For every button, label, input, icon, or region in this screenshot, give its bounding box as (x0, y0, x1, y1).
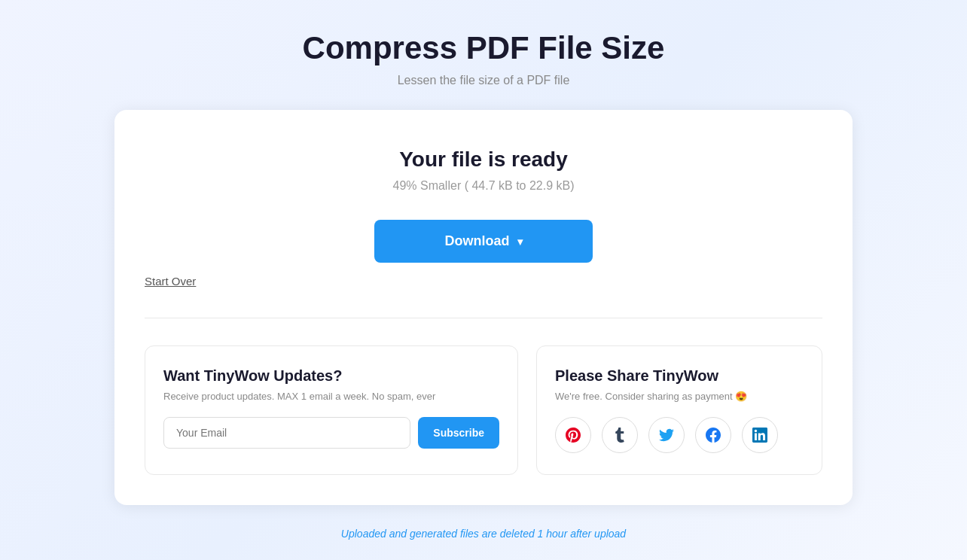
share-card: Please Share TinyWow We're free. Conside… (536, 345, 822, 475)
footer-note: Uploaded and generated files are deleted… (341, 528, 626, 540)
twitter-icon (659, 428, 674, 443)
start-over-button[interactable]: Start Over (145, 275, 196, 288)
download-button[interactable]: Download ▾ (374, 220, 593, 263)
footer: Uploaded and generated files are deleted… (341, 505, 626, 540)
newsletter-card: Want TinyWow Updates? Receive product up… (145, 345, 518, 475)
linkedin-button[interactable] (742, 417, 778, 453)
social-icons (555, 417, 804, 453)
facebook-button[interactable] (695, 417, 731, 453)
chevron-down-icon: ▾ (517, 236, 523, 248)
page-header: Compress PDF File Size Lessen the file s… (303, 30, 665, 87)
bottom-section: Want TinyWow Updates? Receive product up… (145, 345, 822, 475)
share-description: We're free. Consider sharing as payment … (555, 391, 804, 402)
subscribe-button[interactable]: Subscribe (418, 417, 499, 449)
tumblr-button[interactable] (602, 417, 638, 453)
linkedin-icon (752, 428, 767, 443)
page-title: Compress PDF File Size (303, 30, 665, 66)
twitter-button[interactable] (648, 417, 685, 453)
result-section: Your file is ready 49% Smaller ( 44.7 kB… (145, 148, 822, 318)
tumblr-icon (612, 428, 627, 443)
share-title: Please Share TinyWow (555, 367, 804, 385)
page-subtitle: Lessen the file size of a PDF file (303, 74, 665, 87)
result-title: Your file is ready (145, 148, 822, 172)
result-stats: 49% Smaller ( 44.7 kB to 22.9 kB) (145, 179, 822, 193)
facebook-icon (706, 428, 721, 443)
pinterest-button[interactable] (555, 417, 591, 453)
pinterest-icon (566, 428, 581, 443)
download-label: Download (445, 233, 510, 249)
newsletter-title: Want TinyWow Updates? (163, 367, 499, 385)
email-input[interactable] (163, 417, 410, 449)
newsletter-form: Subscribe (163, 417, 499, 449)
main-card: Your file is ready 49% Smaller ( 44.7 kB… (114, 110, 853, 505)
newsletter-description: Receive product updates. MAX 1 email a w… (163, 391, 499, 402)
